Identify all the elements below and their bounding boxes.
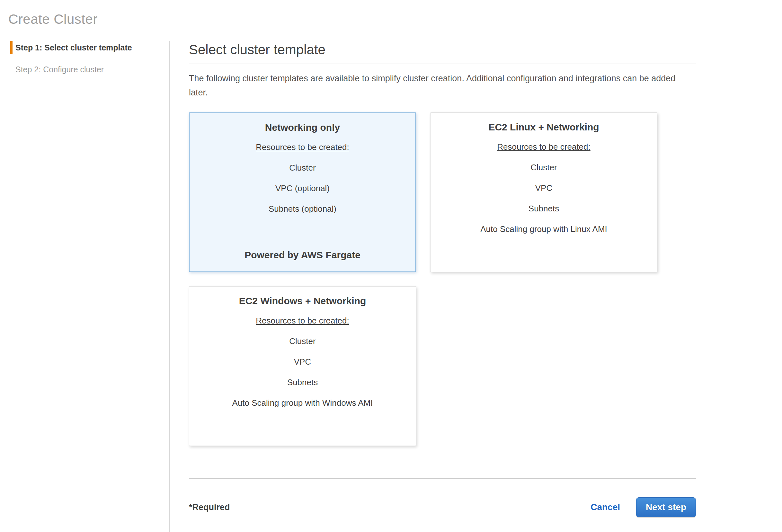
wizard-steps-sidebar: Step 1: Select cluster template Step 2: … bbox=[0, 41, 169, 85]
template-card-ec2-linux-networking[interactable]: EC2 Linux + Networking Resources to be c… bbox=[430, 112, 657, 272]
section-title: Select cluster template bbox=[189, 41, 696, 59]
footer-divider bbox=[189, 478, 696, 479]
resource-item: VPC bbox=[430, 183, 657, 193]
resource-item: Auto Scaling group with Linux AMI bbox=[430, 224, 657, 234]
resource-item: Cluster bbox=[189, 336, 416, 346]
next-step-button[interactable]: Next step bbox=[636, 497, 696, 517]
heading-divider bbox=[189, 64, 696, 64]
card-title: Networking only bbox=[189, 121, 416, 134]
main-content: Select cluster template The following cl… bbox=[189, 41, 696, 517]
section-description: The following cluster templates are avai… bbox=[189, 71, 696, 100]
required-note: *Required bbox=[189, 502, 230, 512]
sidebar-step-1[interactable]: Step 1: Select cluster template bbox=[10, 41, 169, 54]
template-cards: Networking only Resources to be created:… bbox=[189, 112, 696, 446]
resource-item: Cluster bbox=[189, 163, 416, 173]
page-title: Create Cluster bbox=[8, 11, 98, 28]
template-card-networking-only[interactable]: Networking only Resources to be created:… bbox=[189, 112, 416, 272]
sidebar-step-2[interactable]: Step 2: Configure cluster bbox=[10, 63, 169, 76]
resources-heading: Resources to be created: bbox=[189, 142, 416, 152]
resource-item: Cluster bbox=[430, 162, 657, 173]
card-footnote: Powered by AWS Fargate bbox=[189, 250, 416, 260]
resource-item: Subnets (optional) bbox=[189, 204, 416, 214]
sidebar-divider bbox=[169, 41, 170, 532]
footer-actions: *Required Cancel Next step bbox=[189, 497, 696, 517]
resource-item: Subnets bbox=[430, 203, 657, 214]
card-title: EC2 Linux + Networking bbox=[430, 121, 657, 133]
card-title: EC2 Windows + Networking bbox=[189, 295, 416, 307]
resource-item: VPC bbox=[189, 357, 416, 367]
resource-item: VPC (optional) bbox=[189, 183, 416, 193]
template-card-ec2-windows-networking[interactable]: EC2 Windows + Networking Resources to be… bbox=[189, 286, 416, 446]
cancel-button[interactable]: Cancel bbox=[591, 502, 620, 512]
resource-item: Auto Scaling group with Windows AMI bbox=[189, 398, 416, 408]
resources-heading: Resources to be created: bbox=[189, 316, 416, 326]
resource-item: Subnets bbox=[189, 377, 416, 387]
resources-heading: Resources to be created: bbox=[430, 142, 657, 152]
